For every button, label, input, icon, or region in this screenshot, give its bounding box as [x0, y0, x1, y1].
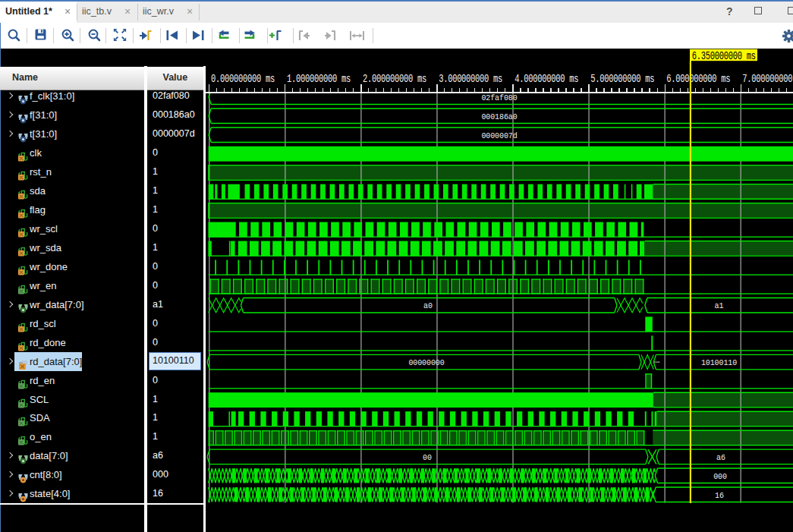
svg-text:16: 16	[715, 490, 724, 500]
svg-text:7.000000000 ms: 7.000000000 ms	[742, 73, 793, 86]
svg-text:a6: a6	[716, 452, 725, 462]
svg-text:02faf080: 02faf080	[481, 93, 517, 102]
svg-text:6.000000000 ms: 6.000000000 ms	[666, 73, 730, 86]
svg-text:2.000000000 ms: 2.000000000 ms	[363, 73, 426, 86]
svg-text:a1: a1	[714, 301, 723, 310]
svg-text:5.000000000 ms: 5.000000000 ms	[590, 73, 654, 86]
svg-text:3.000000000 ms: 3.000000000 ms	[439, 73, 502, 86]
svg-text:10100110: 10100110	[701, 357, 737, 367]
svg-text:000: 000	[713, 471, 727, 481]
svg-text:6.350000000 ms: 6.350000000 ms	[692, 49, 756, 62]
svg-text:a0: a0	[423, 301, 433, 310]
svg-text:0000007d: 0000007d	[481, 131, 517, 140]
svg-text:4.000000000 ms: 4.000000000 ms	[515, 73, 578, 86]
svg-text:00000000: 00000000	[408, 357, 444, 367]
svg-text:000186a0: 000186a0	[481, 112, 517, 121]
svg-text:0.000000000 ms: 0.000000000 ms	[211, 73, 275, 86]
svg-text:00: 00	[423, 452, 432, 462]
svg-text:1.000000000 ms: 1.000000000 ms	[287, 73, 351, 86]
